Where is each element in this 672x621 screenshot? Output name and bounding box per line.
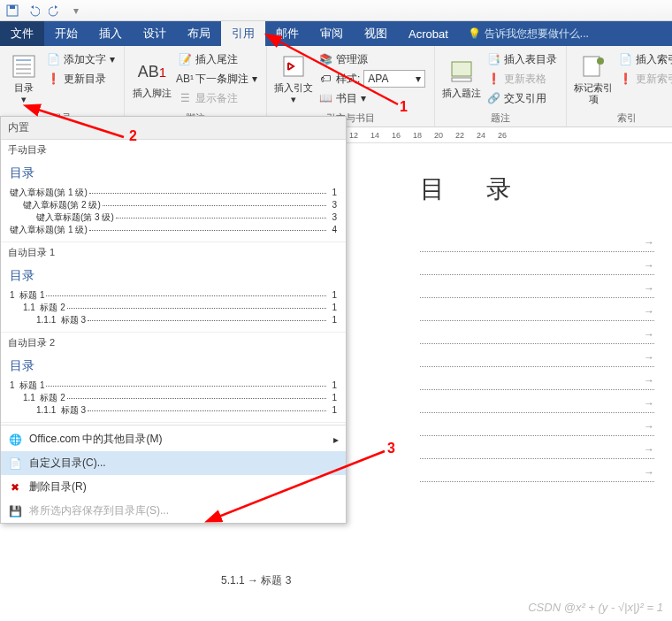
insert-tof-button[interactable]: 📑插入表目录: [483, 50, 561, 69]
mark-index-button[interactable]: 标记索引项: [572, 50, 615, 108]
manage-sources-button[interactable]: 📚管理源: [315, 50, 429, 69]
preview-title: 目录: [10, 165, 337, 181]
update-icon: ❗: [46, 72, 60, 86]
preview-manual[interactable]: 目录 键入章标题(第 1 级)1 键入章标题(第 2 级)3 键入章标题(第 3…: [1, 160, 346, 242]
show-notes-icon: ☰: [178, 91, 192, 105]
globe-icon: 🌐: [8, 433, 22, 447]
svg-rect-8: [452, 62, 471, 76]
toc-dropdown: 内置 手动目录 目录 键入章标题(第 1 级)1 键入章标题(第 2 级)3 键…: [0, 116, 347, 524]
toc-entry: →: [420, 279, 654, 298]
group-captions: 插入题注 📑插入表目录 ❗更新表格 🔗交叉引用 题注: [435, 46, 567, 126]
undo-icon[interactable]: [27, 4, 41, 18]
annotation-2: 2: [129, 128, 137, 144]
update-index-button[interactable]: ❗更新索引: [615, 69, 672, 88]
insert-footnote-button[interactable]: AB1 插入脚注: [130, 50, 174, 108]
tab-references[interactable]: 引用: [221, 21, 265, 46]
submenu-arrow-icon: ▸: [333, 433, 339, 446]
save-gallery-icon: 💾: [8, 504, 22, 518]
add-text-button[interactable]: 📄添加文字 ▾: [42, 50, 118, 69]
tab-view[interactable]: 视图: [354, 21, 398, 46]
insert-caption-button[interactable]: 插入题注: [440, 50, 483, 108]
annotation-3: 3: [387, 441, 395, 456]
toc-button[interactable]: 目录▾: [5, 50, 42, 108]
group-toc: 目录▾ 📄添加文字 ▾ ❗更新目录 目录: [0, 46, 125, 126]
ribbon-tabs: 文件 开始 插入 设计 布局 引用 邮件 审阅 视图 Acrobat 💡告诉我您…: [0, 21, 672, 46]
group-label-index: 索引: [572, 110, 672, 125]
svg-point-11: [597, 58, 604, 65]
menu-save-toc: 💾将所选内容保存到目录库(S)...: [1, 499, 346, 523]
qat-customize-icon[interactable]: ▾: [69, 4, 83, 18]
remove-icon: ✖: [8, 480, 22, 494]
endnote-icon: 📝: [178, 52, 192, 66]
toc-entry: →: [420, 302, 654, 321]
toc-entry: →: [420, 325, 654, 344]
bib-icon: 📖: [318, 91, 332, 105]
toc-entry: →: [420, 440, 654, 459]
menu-header-builtin: 内置: [1, 117, 346, 140]
insert-citation-button[interactable]: 插入引文 ▾: [272, 50, 315, 108]
tab-file[interactable]: 文件: [0, 21, 44, 46]
style-icon: 🏷: [318, 72, 332, 86]
preview-auto2[interactable]: 目录 1 标题 11 1.1 标题 21 1.1.1 标题 31: [1, 353, 346, 423]
quick-access-toolbar: ▾: [0, 0, 672, 21]
tab-design[interactable]: 设计: [133, 21, 177, 46]
doc-heading: 目 录: [420, 172, 654, 206]
toc-entry: →: [420, 394, 654, 413]
doc-line-text: 5.1.1 → 标题 3: [221, 573, 291, 588]
next-fn-icon: AB¹: [178, 72, 192, 86]
group-index: 标记索引项 📄插入索引 ❗更新索引 索引: [567, 46, 672, 126]
menu-remove-toc[interactable]: ✖删除目录(R): [1, 475, 346, 499]
tell-me[interactable]: 💡告诉我您想要做什么...: [459, 21, 598, 46]
bulb-icon: 💡: [468, 27, 481, 40]
group-label-captions: 题注: [440, 110, 561, 125]
menu-auto1-label: 自动目录 1: [1, 242, 346, 263]
group-citations: 插入引文 ▾ 📚管理源 🏷样式:APA▾ 📖书目 ▾ 引文与书目: [267, 46, 435, 126]
update-toc-button[interactable]: ❗更新目录: [42, 69, 118, 88]
toc-entry: →: [420, 371, 654, 390]
toc-icon: [10, 52, 38, 80]
update-table-button[interactable]: ❗更新表格: [483, 69, 561, 88]
redo-icon[interactable]: [48, 4, 62, 18]
next-footnote-button[interactable]: AB¹下一条脚注 ▾: [174, 69, 261, 88]
insert-index-button[interactable]: 📄插入索引: [615, 50, 672, 69]
menu-custom-toc[interactable]: 📄自定义目录(C)...: [1, 451, 346, 475]
annotation-1: 1: [400, 99, 408, 115]
toc-entry: →: [420, 417, 654, 436]
preview-title: 目录: [10, 268, 337, 284]
add-text-icon: 📄: [46, 52, 60, 66]
style-select[interactable]: APA▾: [363, 70, 425, 88]
insert-endnote-button[interactable]: 📝插入尾注: [174, 50, 261, 69]
footnote-icon: AB1: [138, 58, 166, 86]
tab-acrobat[interactable]: Acrobat: [398, 21, 459, 46]
toc-entry: →: [420, 233, 654, 252]
preview-title: 目录: [10, 358, 337, 374]
tab-review[interactable]: 审阅: [309, 21, 354, 46]
cross-ref-button[interactable]: 🔗交叉引用: [483, 88, 561, 108]
bibliography-button[interactable]: 📖书目 ▾: [315, 88, 429, 108]
tab-layout[interactable]: 布局: [177, 21, 221, 46]
toc-entry: →: [420, 463, 654, 482]
svg-rect-10: [584, 57, 599, 76]
group-footnotes: AB1 插入脚注 📝插入尾注 AB¹下一条脚注 ▾ ☰显示备注 脚注: [125, 46, 267, 126]
svg-rect-9: [452, 78, 471, 81]
citation-style[interactable]: 🏷样式:APA▾: [315, 69, 429, 88]
show-notes-button[interactable]: ☰显示备注: [174, 88, 261, 108]
save-icon[interactable]: [5, 4, 19, 18]
mark-idx-icon: [579, 52, 607, 80]
upd-table-icon: ❗: [486, 72, 500, 86]
svg-rect-1: [10, 5, 15, 9]
manage-icon: 📚: [318, 52, 332, 66]
watermark: CSDN @x² + (y - √|x|)² = 1: [528, 601, 663, 614]
document-body[interactable]: 目 录 → → → → → → → → → → →: [349, 155, 672, 621]
tab-insert[interactable]: 插入: [88, 21, 133, 46]
menu-auto2-label: 自动目录 2: [1, 333, 346, 353]
toc-entry: →: [420, 348, 654, 367]
preview-auto1[interactable]: 目录 1 标题 11 1.1 标题 21 1.1.1 标题 31: [1, 263, 346, 333]
toc-entry: →: [420, 256, 654, 275]
ins-idx-icon: 📄: [618, 52, 632, 66]
tof-icon: 📑: [486, 52, 500, 66]
upd-idx-icon: ❗: [618, 72, 632, 86]
tab-mailings[interactable]: 邮件: [265, 21, 309, 46]
menu-office-toc[interactable]: 🌐Office.com 中的其他目录(M)▸: [1, 427, 346, 451]
tab-home[interactable]: 开始: [44, 21, 88, 46]
